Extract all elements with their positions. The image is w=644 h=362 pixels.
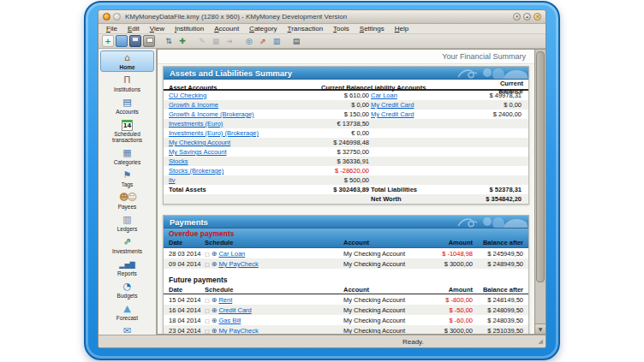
enter-schedule-icon[interactable]: ⊕ bbox=[212, 260, 218, 268]
asset-account-link[interactable]: Total Assets bbox=[169, 186, 297, 193]
sidebar-item-reports[interactable]: ▂▅▇ Reports bbox=[100, 257, 154, 278]
sidebar-item-label: Forecast bbox=[101, 315, 154, 321]
schedule-link[interactable]: My PayCheck bbox=[218, 327, 258, 335]
asset-account-link[interactable]: Growth & Income bbox=[169, 101, 297, 109]
overdue-columns: Date Schedule Account Amount Balance aft… bbox=[164, 238, 528, 247]
skip-schedule-icon[interactable]: ▢ bbox=[205, 307, 210, 313]
sidebar-item-scheduled[interactable]: 14 Scheduled transactions bbox=[100, 117, 154, 145]
menu-account[interactable]: Account bbox=[210, 25, 243, 33]
enter-schedule-icon[interactable]: ⊕ bbox=[212, 296, 218, 304]
skip-schedule-icon[interactable]: ▢ bbox=[205, 297, 210, 303]
liability-account-link[interactable]: Net Worth bbox=[371, 195, 477, 203]
future-columns: Date Schedule Account Amount Balance aft… bbox=[164, 285, 528, 294]
menu-category[interactable]: Category bbox=[245, 25, 281, 33]
column-balance-after: Balance after bbox=[473, 239, 523, 246]
sidebar-item-institutions[interactable]: Π Institutions bbox=[100, 73, 154, 94]
enter-schedule-icon[interactable]: ⊕ bbox=[212, 250, 218, 258]
schedule-link[interactable]: Rent bbox=[218, 296, 232, 304]
menu-tools[interactable]: Tools bbox=[329, 25, 354, 33]
asset-account-link[interactable]: CU Checking bbox=[169, 92, 297, 99]
edit-button[interactable]: ✎ bbox=[196, 35, 208, 47]
menu-help[interactable]: Help bbox=[391, 25, 413, 33]
toolbar: +⇅✚✎▦➜◎⇗▥▤ bbox=[98, 34, 546, 49]
payment-balance-after: $ 245949,50 bbox=[473, 250, 523, 258]
resize-grip[interactable]: ◢ bbox=[539, 338, 543, 345]
save-file-button[interactable] bbox=[129, 35, 141, 47]
liability-account-link[interactable]: My Credit Card bbox=[371, 110, 477, 118]
scrollbar-thumb[interactable] bbox=[536, 51, 545, 282]
Rent: 15 04 2014 ▢ ⊕ Rent My Checking Account … bbox=[164, 294, 528, 305]
asset-balance: $ 150,00 bbox=[297, 110, 371, 118]
enter-schedule-icon[interactable]: ⊕ bbox=[212, 317, 218, 324]
sidebar-item-ledgers[interactable]: ▥ Ledgers bbox=[100, 212, 154, 234]
presentation-frame: KMyMoneyDataFile.kmy (1280 x 960) - KMyM… bbox=[84, 1, 560, 360]
table-row: Net Worth $ 354842,20 bbox=[164, 194, 528, 204]
column-liability-accounts: Liability Accounts bbox=[371, 84, 477, 92]
enter-schedule-icon[interactable]: ⊕ bbox=[212, 306, 218, 314]
asset-account-link[interactable]: Investments (Euro) (Brokerage) bbox=[169, 129, 297, 137]
skip-schedule-icon[interactable]: ▢ bbox=[205, 317, 210, 323]
window-titlebar[interactable]: KMyMoneyDataFile.kmy (1280 x 960) - KMyM… bbox=[98, 10, 546, 24]
print-button[interactable] bbox=[143, 35, 155, 47]
menu-transaction[interactable]: Transaction bbox=[283, 25, 328, 33]
schedule-link[interactable]: My PayCheck bbox=[218, 260, 258, 268]
new-schedule-button[interactable]: ✚ bbox=[176, 35, 188, 47]
enter-schedule-icon[interactable]: ⊕ bbox=[212, 327, 218, 335]
investments-chart-button[interactable]: ⇗ bbox=[257, 35, 269, 47]
asset-account-link[interactable]: Investments (Euro) bbox=[169, 120, 297, 128]
sidebar-item-payees[interactable]: ☻☺ Payees bbox=[100, 190, 154, 211]
skip-schedule-icon[interactable]: ▢ bbox=[205, 328, 210, 334]
sidebar-item-label: Reports bbox=[101, 270, 154, 276]
menu-institution[interactable]: Institution bbox=[170, 25, 208, 33]
kmymoney-app-icon bbox=[103, 13, 110, 21]
goto-button[interactable]: ➜ bbox=[224, 35, 236, 47]
sidebar-item-home[interactable]: ⌂ Home bbox=[100, 50, 154, 72]
schedule-link[interactable]: Gas Bill bbox=[218, 317, 241, 324]
liability-account-link[interactable]: My Credit Card bbox=[371, 101, 477, 109]
maximize-button[interactable]: ▴ bbox=[523, 13, 531, 21]
payment-amount: $ -1048,98 bbox=[434, 250, 473, 258]
close-button[interactable]: ✕ bbox=[534, 13, 541, 21]
page-background: KMyMoneyDataFile.kmy (1280 x 960) - KMyM… bbox=[0, 0, 644, 362]
asset-account-link[interactable]: My Checking Account bbox=[169, 139, 297, 146]
payment-balance-after: $ 248149,50 bbox=[473, 296, 523, 304]
scroll-down-arrow[interactable]: ▼ bbox=[535, 323, 546, 334]
page-title: Your Financial Summary bbox=[442, 52, 526, 61]
sidebar-item-budgets[interactable]: ◔ Budgets bbox=[100, 279, 154, 300]
open-file-button[interactable] bbox=[116, 35, 128, 47]
column-balance-after: Balance after bbox=[473, 286, 523, 294]
liability-account-link[interactable]: Car Loan bbox=[371, 92, 477, 99]
new-file-button[interactable]: + bbox=[102, 35, 114, 47]
schedule-link[interactable]: Car Loan bbox=[218, 250, 245, 258]
sidebar-item-forecast[interactable]: ▲ Forecast bbox=[100, 301, 154, 323]
asset-account-link[interactable]: Stocks bbox=[169, 157, 297, 165]
ledger-button[interactable]: ▤ bbox=[290, 35, 302, 47]
schedule-link[interactable]: Credit Card bbox=[218, 306, 251, 314]
menu-edit[interactable]: Edit bbox=[123, 25, 144, 33]
asset-account-link[interactable]: itv bbox=[169, 176, 297, 184]
find-transaction-button[interactable]: ◎ bbox=[243, 35, 255, 47]
window-menu-icon[interactable] bbox=[113, 13, 121, 21]
skip-schedule-icon[interactable]: ▢ bbox=[205, 251, 210, 257]
skip-schedule-icon[interactable]: ▢ bbox=[205, 261, 210, 267]
column-asset-accounts: Asset Accounts bbox=[169, 84, 297, 92]
asset-account-link[interactable]: My Savings Account bbox=[169, 148, 297, 156]
sidebar-item-investments[interactable]: ⇗ Investments bbox=[100, 234, 154, 256]
sidebar-item-accounts[interactable]: ▤ Accounts bbox=[100, 95, 154, 116]
menu-settings[interactable]: Settings bbox=[355, 25, 389, 33]
liability-account-link[interactable]: Total Liabilities bbox=[371, 186, 477, 193]
payment-date: 23 04 2014 bbox=[169, 327, 205, 335]
asset-account-link[interactable]: Growth & Income (Brokerage) bbox=[169, 110, 297, 118]
menu-view[interactable]: View bbox=[146, 25, 169, 33]
asset-account-link[interactable]: Stocks (Brokerage) bbox=[169, 167, 297, 175]
table-row: Investments (Euro) (Brokerage) € 0,00 bbox=[164, 128, 528, 138]
reconcile-button[interactable]: ⇅ bbox=[163, 35, 175, 47]
match-button[interactable]: ▦ bbox=[210, 35, 222, 47]
sidebar-item-tags[interactable]: ⚑ Tags bbox=[100, 168, 154, 189]
vertical-scrollbar[interactable]: ▼ bbox=[534, 49, 546, 335]
minimize-button[interactable]: ▾ bbox=[513, 13, 521, 21]
sidebar-item-outbox[interactable]: ✉ Outbox bbox=[100, 323, 154, 335]
sidebar-item-categories[interactable]: ▦ Categories bbox=[100, 145, 154, 167]
menu-file[interactable]: File bbox=[102, 25, 122, 33]
reports-chart-button[interactable]: ▥ bbox=[271, 35, 283, 47]
